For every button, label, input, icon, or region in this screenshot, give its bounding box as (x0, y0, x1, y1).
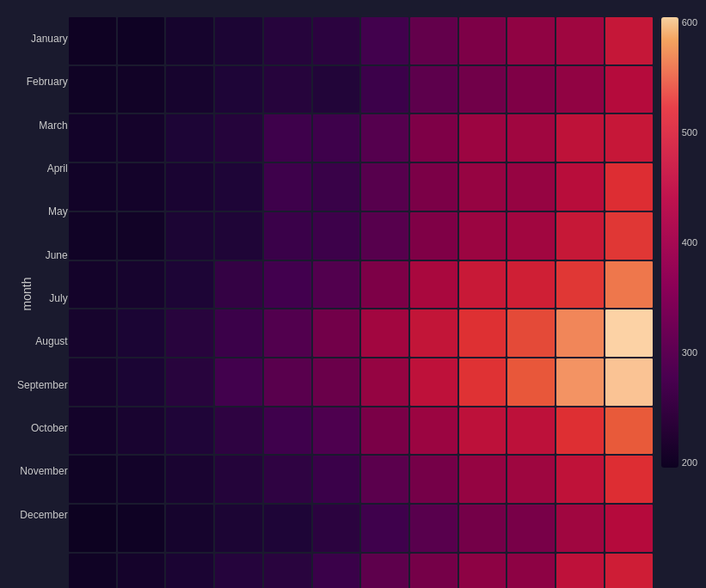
heatmap-cell (118, 212, 165, 260)
heatmap-cell (215, 407, 262, 455)
heatmap-cell (215, 17, 262, 64)
heatmap-cell (69, 261, 116, 309)
heatmap-cell (410, 358, 457, 406)
heatmap-cell (69, 17, 116, 64)
heatmap-cell (313, 407, 360, 455)
heatmap-cell (410, 17, 457, 64)
row-label: November (17, 450, 73, 493)
heatmap-cell (264, 358, 311, 406)
heatmap-cell (313, 163, 360, 211)
heatmap-cell (69, 114, 116, 162)
heatmap-cell (69, 66, 116, 113)
heatmap-cell (361, 456, 408, 503)
heatmap-cell (313, 114, 360, 162)
heatmap-cell (605, 309, 653, 357)
row-label: December (17, 493, 73, 536)
heatmap-cell (507, 554, 555, 588)
main-area: 1949195019511952195319541955195619571958… (69, 17, 697, 536)
heatmap-cell (556, 261, 604, 309)
heatmap-cell (118, 554, 165, 588)
heatmap-cell (69, 505, 116, 552)
legend-tick-label: 500 (682, 127, 697, 138)
heatmap-cell (507, 66, 555, 113)
heatmap-cell (556, 456, 604, 503)
heatmap-cell (459, 309, 506, 357)
heatmap-cell (166, 456, 213, 503)
legend-tick-label: 600 (682, 17, 697, 28)
heatmap-cell (69, 212, 116, 260)
heatmap-cell (605, 358, 653, 406)
heatmap-cell (459, 358, 506, 406)
heatmap-cell (118, 309, 165, 357)
heatmap-cell (410, 261, 457, 309)
heatmap-cell (361, 17, 408, 64)
heatmap-cell (313, 261, 360, 309)
heatmap-cell (605, 554, 653, 588)
heatmap-cell (118, 114, 165, 162)
heatmap-cell (507, 358, 555, 406)
row-label: October (17, 407, 73, 450)
heatmap-cell (605, 212, 653, 260)
heatmap-cell (215, 66, 262, 113)
heatmap-cell (459, 163, 506, 211)
heatmap-cell (118, 261, 165, 309)
heatmap-cell (215, 456, 262, 503)
heatmap-cell (361, 212, 408, 260)
heatmap-cell (313, 17, 360, 64)
heatmap-cell (361, 358, 408, 406)
heatmap-cell (118, 66, 165, 113)
heatmap-cell (118, 456, 165, 503)
heatmap-cell (459, 114, 506, 162)
heatmap-cell (556, 163, 604, 211)
heatmap-cell (118, 358, 165, 406)
heatmap-cell (166, 17, 213, 64)
row-label: February (17, 60, 73, 103)
heatmap-cell (69, 163, 116, 211)
heatmap-cell (410, 163, 457, 211)
heatmap-cell (507, 407, 555, 455)
heatmap-cell (410, 505, 457, 552)
row-labels: JanuaryFebruaryMarchAprilMayJuneJulyAugu… (17, 17, 73, 536)
heatmap-cell (313, 212, 360, 260)
heatmap-cell (410, 309, 457, 357)
heatmap-cell (215, 163, 262, 211)
heatmap-cell (410, 456, 457, 503)
heatmap-cell (605, 505, 653, 552)
heatmap-cell (166, 66, 213, 113)
heatmap-cell (410, 212, 457, 260)
heatmap-cell (556, 309, 604, 357)
heatmap-cell (507, 163, 555, 211)
heatmap-cell (605, 261, 653, 309)
heatmap-cell (361, 114, 408, 162)
heatmap-cell (166, 407, 213, 455)
heatmap-cell (264, 554, 311, 588)
heatmap-cell (166, 261, 213, 309)
heatmap-cell (215, 212, 262, 260)
heatmap-cell (264, 66, 311, 113)
heatmap-cell (166, 554, 213, 588)
heatmap-cell (410, 407, 457, 455)
heatmap-cell (605, 17, 653, 64)
heatmap-cell (556, 114, 604, 162)
heatmap-cell (605, 114, 653, 162)
row-label: September (17, 364, 73, 407)
heatmap-cell (69, 358, 116, 406)
heatmap-cell (459, 456, 506, 503)
heatmap-cell (459, 261, 506, 309)
heatmap-cell (556, 358, 604, 406)
heatmap-cell (166, 163, 213, 211)
heatmap-cell (215, 309, 262, 357)
heatmap-cell (507, 309, 555, 357)
heatmap-cell (556, 407, 604, 455)
heatmap-cell (556, 66, 604, 113)
heatmap-cell (605, 163, 653, 211)
heatmap-cell (215, 261, 262, 309)
heatmap-cell (556, 17, 604, 64)
heatmap-cell (69, 554, 116, 588)
row-label: March (17, 104, 73, 147)
heatmap-cell (313, 358, 360, 406)
row-label: April (17, 147, 73, 190)
heatmap-cell (556, 554, 604, 588)
chart-container: month JanuaryFebruaryMarchAprilMayJuneJu… (0, 0, 706, 588)
heatmap-cell (166, 358, 213, 406)
